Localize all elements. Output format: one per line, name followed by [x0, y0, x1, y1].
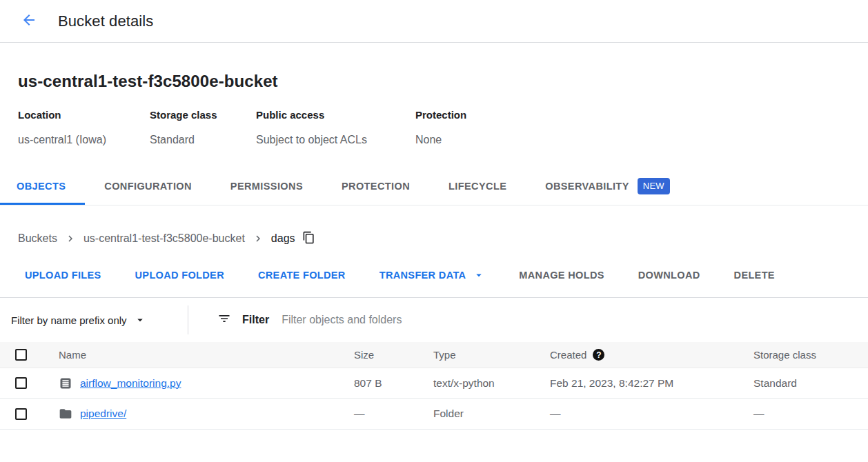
- tab-label: LIFECYCLE: [448, 181, 506, 192]
- table-row: airflow_monitoring.py 807 B text/x-pytho…: [0, 368, 868, 399]
- select-all-checkbox[interactable]: [15, 349, 27, 361]
- meta-label: Public access: [256, 109, 415, 121]
- meta-storage-class: Storage class Standard: [150, 109, 256, 146]
- column-header-label: Created: [550, 349, 586, 361]
- tab-bar: OBJECTS CONFIGURATION PERMISSIONS PROTEC…: [0, 170, 868, 205]
- meta-value: Subject to object ACLs: [256, 134, 415, 146]
- breadcrumb-buckets[interactable]: Buckets: [18, 232, 57, 245]
- filter-scope-dropdown[interactable]: Filter by name prefix only: [0, 314, 188, 326]
- object-action-bar: UPLOAD FILES UPLOAD FOLDER CREATE FOLDER…: [0, 263, 868, 287]
- meta-label: Location: [18, 109, 150, 121]
- tab-label: CONFIGURATION: [104, 181, 192, 192]
- storage-class-cell: Standard: [753, 377, 868, 390]
- create-folder-button[interactable]: CREATE FOLDER: [258, 270, 346, 281]
- upload-folder-button[interactable]: UPLOAD FOLDER: [135, 270, 224, 281]
- delete-button[interactable]: DELETE: [734, 270, 775, 281]
- object-link[interactable]: airflow_monitoring.py: [80, 377, 181, 390]
- meta-value: us-central1 (Iowa): [18, 134, 150, 146]
- help-icon[interactable]: ?: [593, 349, 604, 361]
- back-button[interactable]: [15, 8, 43, 35]
- tab-protection[interactable]: PROTECTION: [322, 170, 429, 205]
- filter-bar: Filter by name prefix only Filter: [0, 297, 868, 342]
- created-cell: —: [550, 408, 753, 420]
- action-label: UPLOAD FOLDER: [135, 270, 224, 281]
- bucket-name: us-central1-test-f3c5800e-bucket: [18, 72, 850, 91]
- filter-objects-input[interactable]: [282, 314, 868, 326]
- object-name-cell: airflow_monitoring.py: [40, 376, 354, 390]
- chevron-right-icon: [64, 232, 77, 245]
- action-label: TRANSFER DATA: [379, 270, 466, 281]
- page-title: Bucket details: [58, 12, 153, 30]
- filter-label: Filter: [242, 314, 269, 326]
- meta-label: Protection: [415, 109, 850, 121]
- meta-value: Standard: [150, 134, 256, 146]
- download-button[interactable]: DOWNLOAD: [638, 270, 700, 281]
- manage-holds-button[interactable]: MANAGE HOLDS: [519, 270, 604, 281]
- meta-label: Storage class: [150, 109, 256, 121]
- action-label: UPLOAD FILES: [25, 270, 101, 281]
- bucket-summary: us-central1-test-f3c5800e-bucket Locatio…: [0, 72, 868, 146]
- size-cell: —: [354, 408, 433, 420]
- action-label: MANAGE HOLDS: [519, 270, 604, 281]
- action-label: DELETE: [734, 270, 775, 281]
- tab-label: PROTECTION: [342, 181, 410, 192]
- tab-label: OBSERVABILITY: [545, 181, 629, 192]
- row-checkbox-cell: [0, 377, 40, 389]
- column-header-size[interactable]: Size: [354, 349, 433, 361]
- column-header-name[interactable]: Name: [40, 349, 354, 361]
- action-label: DOWNLOAD: [638, 270, 700, 281]
- row-checkbox[interactable]: [15, 377, 27, 389]
- meta-value: None: [415, 134, 850, 146]
- file-icon: [59, 376, 72, 390]
- arrow-drop-down-icon: [473, 269, 485, 281]
- object-name-cell: pipedrive/: [40, 407, 354, 421]
- type-cell: Folder: [433, 408, 550, 420]
- column-header-storage-class[interactable]: Storage class: [753, 349, 868, 361]
- bucket-meta: Location us-central1 (Iowa) Storage clas…: [18, 109, 850, 146]
- column-header-type[interactable]: Type: [433, 349, 550, 361]
- filter-list-icon: [217, 312, 231, 328]
- table-header: Name Size Type Created ? Storage class: [0, 342, 868, 368]
- tab-label: PERMISSIONS: [230, 181, 303, 192]
- breadcrumb-current-folder: dags: [271, 232, 295, 245]
- object-link[interactable]: pipedrive/: [80, 408, 126, 420]
- column-header-created[interactable]: Created ?: [550, 349, 753, 361]
- table-row: pipedrive/ — Folder — —: [0, 399, 868, 430]
- tab-permissions[interactable]: PERMISSIONS: [211, 170, 322, 205]
- created-cell: Feb 21, 2023, 8:42:27 PM: [550, 377, 753, 390]
- row-checkbox[interactable]: [15, 408, 27, 420]
- meta-location: Location us-central1 (Iowa): [18, 109, 150, 146]
- new-badge: NEW: [638, 178, 670, 194]
- breadcrumb: Buckets us-central1-test-f3c5800e-bucket…: [0, 230, 868, 247]
- folder-icon: [59, 407, 72, 421]
- arrow-back-icon: [21, 12, 37, 31]
- chevron-right-icon: [252, 232, 264, 245]
- upload-files-button[interactable]: UPLOAD FILES: [25, 270, 101, 281]
- tab-configuration[interactable]: CONFIGURATION: [85, 170, 211, 205]
- type-cell: text/x-python: [433, 377, 550, 390]
- filter-input-group: Filter: [188, 312, 868, 328]
- tab-observability[interactable]: OBSERVABILITY NEW: [526, 170, 689, 205]
- size-cell: 807 B: [354, 377, 433, 390]
- meta-public-access: Public access Subject to object ACLs: [256, 109, 415, 146]
- top-app-bar: Bucket details: [0, 0, 868, 43]
- copy-icon: [302, 231, 315, 247]
- tab-label: OBJECTS: [17, 181, 66, 192]
- transfer-data-button[interactable]: TRANSFER DATA: [379, 269, 486, 281]
- filter-scope-label: Filter by name prefix only: [11, 314, 127, 326]
- meta-protection: Protection None: [415, 109, 850, 146]
- tab-lifecycle[interactable]: LIFECYCLE: [429, 170, 526, 205]
- copy-path-button[interactable]: [302, 231, 315, 247]
- breadcrumb-bucket-name[interactable]: us-central1-test-f3c5800e-bucket: [83, 232, 245, 245]
- arrow-drop-down-icon: [134, 314, 146, 326]
- header-checkbox-cell: [0, 349, 40, 361]
- tab-objects[interactable]: OBJECTS: [0, 170, 85, 205]
- storage-class-cell: —: [753, 408, 868, 420]
- row-checkbox-cell: [0, 408, 40, 420]
- action-label: CREATE FOLDER: [258, 270, 346, 281]
